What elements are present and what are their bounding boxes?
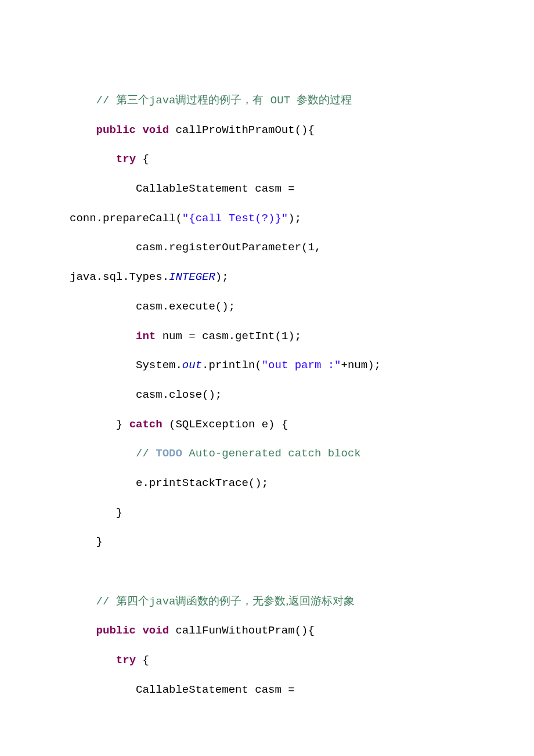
code-line: casm.close(); [70,388,534,402]
code-line: CallableStatement casm = [70,683,534,697]
indent [70,124,96,136]
indent [70,624,96,637]
code-line: java.sql.Types.INTEGER); [70,270,534,285]
code-line: System.out.println("out parm :"+num); [70,358,534,373]
code-text: conn [70,212,96,225]
code-text: .println( [202,359,262,372]
code-text: num = casm.getInt(1); [156,330,301,343]
code-text: .prepareCall( [96,212,182,225]
code-line: public void callProWithPramOut(){ [70,123,534,138]
code-line: // TODO Auto-generated catch block [70,447,534,461]
string-literal: "{call Test(?)}" [182,212,288,225]
indent [70,300,136,313]
code-text: } [96,535,103,548]
code-text: casm.registerOutParameter(1, [136,241,328,254]
code-line: } [70,535,534,549]
comment-text: // 第三个java调过程的例子，有 OUT 参数的过程 [70,94,352,107]
keyword: public void [96,124,169,136]
code-text: java.sql.Types. [70,271,169,283]
keyword: public void [96,624,169,637]
code-line: } catch (SQLException e) { [70,417,534,432]
code-text: } [116,418,129,431]
code-text: casm.close(); [136,388,222,401]
indent [70,535,96,548]
todo-tag: TODO [156,447,182,460]
comment-text: // 第四个java调函数的例子，无参数,返回游标对象 [70,595,355,608]
code-line: public void callFunWithoutPram(){ [70,624,534,638]
code-text: callProWithPramOut(){ [169,124,315,136]
code-text: e.printStackTrace(); [136,477,268,489]
indent [70,330,136,343]
code-text: { [136,654,149,667]
code-line: } [70,506,534,520]
code-text: CallableStatement casm = [136,182,301,195]
static-field: INTEGER [169,271,215,283]
comment-text: // TODO Auto-generated catch block [70,447,361,460]
indent [70,418,116,431]
code-line: try { [70,653,534,668]
code-text: +num); [341,359,381,372]
indent [70,241,136,254]
code-line: // 第四个java调函数的例子，无参数,返回游标对象 [70,594,534,609]
indent [70,654,116,667]
keyword: int [136,330,156,343]
keyword: try [116,153,136,165]
indent [70,359,136,372]
code-line: casm.execute(); [70,300,534,314]
indent [70,153,116,165]
code-text: callFunWithoutPram(){ [169,624,315,637]
indent [70,683,136,696]
code-line: try { [70,152,534,167]
code-text: (SQLException e) { [163,418,288,431]
code-line: e.printStackTrace(); [70,476,534,491]
code-text: ); [215,271,229,283]
keyword: try [116,654,136,667]
code-text: ); [288,212,301,225]
indent [70,388,136,401]
code-line: int num = casm.getInt(1); [70,329,534,344]
code-line: casm.registerOutParameter(1, [70,240,534,255]
keyword: catch [129,418,163,431]
indent [70,477,136,489]
code-text: casm.execute(); [136,300,235,313]
code-text: System. [136,359,182,372]
code-line: // 第三个java调过程的例子，有 OUT 参数的过程 [70,93,534,108]
indent [70,182,136,195]
code-text: CallableStatement casm = [136,683,301,696]
code-page: // 第三个java调过程的例子，有 OUT 参数的过程 public void… [0,0,534,756]
blank-line [70,564,534,579]
code-line: conn.prepareCall("{call Test(?)}"); [70,211,534,226]
indent [70,506,116,519]
code-line: CallableStatement casm = [70,182,534,196]
code-text: { [136,153,149,165]
static-field: out [182,359,202,372]
string-literal: "out parm :" [262,359,341,372]
code-text: } [116,506,122,519]
